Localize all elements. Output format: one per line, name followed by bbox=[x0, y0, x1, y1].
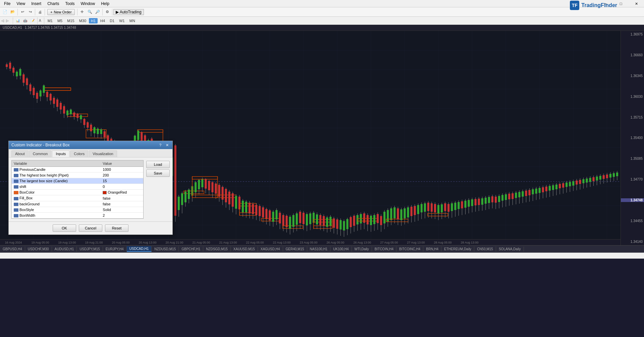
sym-tab-uk100[interactable]: UK100,H4 bbox=[330, 247, 352, 252]
table-row[interactable]: The largest box size (Candle) 15 bbox=[12, 178, 143, 184]
sym-tab-brn[interactable]: BRN,H4 bbox=[423, 247, 441, 252]
svg-rect-412 bbox=[596, 177, 598, 181]
svg-rect-77 bbox=[73, 113, 75, 117]
menu-help[interactable]: Help bbox=[98, 1, 112, 7]
table-row[interactable]: The highest box height (Pipet) 200 bbox=[12, 173, 143, 178]
menu-charts[interactable]: Charts bbox=[45, 1, 62, 7]
sym-tab-ethereum[interactable]: ETHEREUM,Daily bbox=[441, 247, 474, 252]
table-row[interactable]: PreviousCandle 1000 bbox=[12, 167, 143, 173]
col-value: Value bbox=[101, 160, 143, 167]
tf-h1[interactable]: H1 bbox=[89, 18, 98, 23]
svg-rect-311 bbox=[427, 203, 429, 211]
table-row[interactable]: backGround false bbox=[12, 201, 143, 207]
menu-view[interactable]: View bbox=[14, 1, 28, 7]
toolbar-expert[interactable]: 🤖 bbox=[22, 18, 29, 23]
toolbar-undo[interactable]: ↩ bbox=[19, 8, 26, 16]
reset-button[interactable]: Reset bbox=[105, 224, 128, 232]
dialog-tab-visualization[interactable]: Visualization bbox=[89, 150, 117, 157]
menu-insert[interactable]: Insert bbox=[29, 1, 44, 7]
arrow-right-icon[interactable]: ▷ bbox=[6, 19, 9, 22]
sym-tab-eurjpy[interactable]: EURJPY,H4 bbox=[103, 247, 127, 252]
sym-tab-cn50[interactable]: CN50,M15 bbox=[474, 247, 496, 252]
tf-m1[interactable]: M1 bbox=[46, 18, 55, 23]
sym-tab-wti[interactable]: WTI,Daily bbox=[352, 247, 372, 252]
toolbar-indicator[interactable]: 📊 bbox=[14, 18, 21, 23]
svg-rect-324 bbox=[447, 204, 449, 212]
tf-w1[interactable]: W1 bbox=[117, 18, 127, 23]
sym-tab-usdchf[interactable]: USDCHF,M30 bbox=[25, 247, 52, 252]
dialog-close-button[interactable]: ✕ bbox=[164, 142, 170, 148]
svg-rect-79 bbox=[76, 114, 78, 118]
sym-tab-usdjpy[interactable]: USDJPY,M15 bbox=[77, 247, 103, 252]
menu-window[interactable]: Window bbox=[78, 1, 98, 7]
sym-tab-xauusd[interactable]: XAUUSD,M15 bbox=[231, 247, 258, 252]
svg-rect-342 bbox=[478, 199, 480, 205]
close-button[interactable]: ✕ bbox=[629, 0, 644, 7]
svg-rect-197 bbox=[249, 203, 251, 213]
toolbar-script[interactable]: 📝 bbox=[29, 18, 36, 23]
table-row[interactable]: BoxStyle Solid bbox=[12, 207, 143, 212]
menu-tools[interactable]: Tools bbox=[63, 1, 77, 7]
sym-tab-nas100[interactable]: NAS100,H1 bbox=[307, 247, 331, 252]
dialog-help-button[interactable]: ? bbox=[158, 142, 163, 148]
tf-h4[interactable]: H4 bbox=[98, 18, 107, 23]
maximize-button[interactable]: □ bbox=[613, 0, 629, 7]
tf-m5[interactable]: M5 bbox=[55, 18, 64, 23]
sym-tab-nzdsgd[interactable]: NZDSGD,M15 bbox=[203, 247, 230, 252]
ok-button[interactable]: OK bbox=[53, 224, 76, 232]
toolbar-zoom-out[interactable]: 🔎 bbox=[94, 8, 101, 16]
save-button[interactable]: Save bbox=[146, 170, 170, 177]
table-row[interactable]: BoxWidth 2 bbox=[12, 212, 143, 218]
new-order-button[interactable]: + New Order bbox=[47, 9, 75, 15]
tf-m15[interactable]: M15 bbox=[65, 18, 76, 23]
menu-file[interactable]: File bbox=[1, 1, 13, 7]
sym-tab-xagusd[interactable]: XAGUSD,H4 bbox=[258, 247, 283, 252]
svg-rect-322 bbox=[444, 203, 446, 211]
toolbar-zoom-in[interactable]: 🔍 bbox=[86, 8, 94, 16]
toolbar-redo[interactable]: ↪ bbox=[26, 8, 34, 16]
price-tick: 1.36345 bbox=[621, 74, 644, 78]
toolbar-open[interactable]: 📂 bbox=[9, 8, 16, 16]
sym-tab-gbpusd[interactable]: GBPUSD,H4 bbox=[0, 247, 25, 252]
load-button[interactable]: Load bbox=[146, 161, 170, 168]
row-icon-blue bbox=[14, 203, 18, 206]
svg-rect-64 bbox=[53, 98, 55, 104]
svg-rect-422 bbox=[613, 173, 615, 177]
svg-rect-299 bbox=[407, 207, 409, 217]
dialog-tab-common[interactable]: Common bbox=[29, 150, 52, 157]
menu-bar: File View Insert Charts Tools Window Hel… bbox=[0, 0, 644, 7]
sym-tab-usdcad[interactable]: USDCAD,H1 bbox=[127, 246, 152, 252]
tf-mn[interactable]: MN bbox=[127, 18, 137, 23]
row-icon-blue bbox=[14, 214, 18, 217]
autotrading-button[interactable]: ▶ AutoTrading bbox=[113, 9, 144, 15]
tf-m30[interactable]: M30 bbox=[77, 18, 88, 23]
table-row[interactable]: Fill_Box false bbox=[12, 195, 143, 201]
sym-tab-ger40[interactable]: GER40,M15 bbox=[283, 247, 307, 252]
toolbar-crosshair[interactable]: ✛ bbox=[78, 8, 86, 16]
toolbar-new[interactable]: 📄 bbox=[1, 8, 9, 16]
svg-rect-350 bbox=[491, 196, 493, 202]
svg-rect-284 bbox=[383, 212, 385, 223]
cancel-button[interactable]: Cancel bbox=[79, 224, 102, 232]
sym-tab-bitcoin[interactable]: BITCOIN,H4 bbox=[372, 247, 396, 252]
sym-tab-solana[interactable]: SOLANA,Daily bbox=[496, 247, 524, 252]
sym-tab-gbpchf[interactable]: GBPCHF,H1 bbox=[179, 247, 203, 252]
svg-rect-406 bbox=[586, 179, 588, 183]
svg-rect-212 bbox=[272, 212, 274, 222]
dialog-tab-colors[interactable]: Colors bbox=[70, 150, 88, 157]
sym-tab-bitcoinc[interactable]: BITCOINC,H4 bbox=[396, 247, 423, 252]
sym-tab-nzdusd[interactable]: NZDUSD,M15 bbox=[152, 247, 179, 252]
table-row[interactable]: shift 0 bbox=[12, 184, 143, 190]
toolbar-print[interactable]: 🖨 bbox=[36, 8, 44, 16]
table-row[interactable]: BoxColor OrangeRed bbox=[12, 190, 143, 195]
sym-tab-audusd[interactable]: AUDUSD,H1 bbox=[52, 247, 77, 252]
dialog-tab-about[interactable]: About bbox=[11, 150, 29, 157]
arrow-icon[interactable]: ◁ bbox=[1, 19, 4, 22]
dialog-tab-inputs[interactable]: Inputs bbox=[52, 150, 69, 157]
svg-rect-420 bbox=[609, 174, 611, 178]
tf-d1[interactable]: D1 bbox=[108, 18, 116, 23]
svg-rect-366 bbox=[518, 192, 520, 197]
minimize-button[interactable]: ─ bbox=[598, 0, 613, 7]
svg-rect-214 bbox=[275, 210, 277, 219]
toolbar-properties[interactable]: ⚙ bbox=[104, 8, 111, 16]
